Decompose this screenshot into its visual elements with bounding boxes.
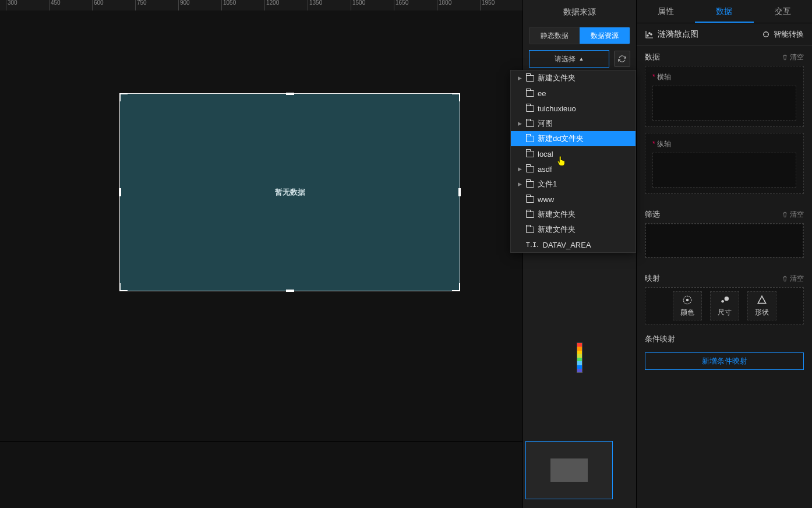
scatter-chart-icon: [645, 30, 654, 39]
ruler-horizontal: 3004506007509001050120013501500165018001…: [0, 0, 522, 10]
data-source-panel: 数据来源 静态数据 数据资源 请选择 ▲ ▶新建文件夹▶ee▶tuichuxie…: [522, 0, 636, 508]
clear-data-button[interactable]: 清空: [782, 52, 804, 62]
x-axis-label: 横轴: [657, 73, 671, 81]
datasource-select[interactable]: 请选择 ▲: [529, 50, 609, 68]
tree-item-label: local: [538, 150, 553, 158]
tree-item[interactable]: ▶新建文件夹: [511, 222, 636, 237]
section-title-mapping: 映射: [645, 273, 660, 284]
tree-item-label: 新建文件夹: [538, 224, 576, 235]
folder-icon: [526, 151, 534, 157]
ruler-tick: 750: [135, 0, 147, 10]
tree-item-label: asdf: [538, 165, 552, 174]
thumbnail-strip: [0, 441, 522, 508]
canvas-area[interactable]: 3004506007509001050120013501500165018001…: [0, 0, 522, 508]
resize-handle-bl[interactable]: [119, 283, 128, 291]
thumbnail-preview: [550, 458, 588, 482]
clear-filter-button[interactable]: 清空: [782, 210, 804, 220]
ruler-tick: 1650: [394, 0, 408, 10]
resize-handle-tl[interactable]: [119, 93, 128, 101]
resize-handle-br[interactable]: [452, 283, 460, 291]
data-source-title: 数据来源: [523, 0, 636, 23]
folder-icon: [526, 121, 534, 127]
svg-point-5: [686, 298, 689, 301]
y-axis-label: 纵轴: [657, 140, 671, 148]
smart-convert-button[interactable]: 智能转换: [762, 29, 804, 40]
tree-item[interactable]: ▶asdf: [511, 161, 636, 177]
tab-static-data[interactable]: 静态数据: [529, 27, 580, 44]
shape-icon: [757, 295, 767, 305]
folder-icon: [526, 90, 534, 97]
folder-icon: [526, 211, 534, 218]
svg-point-6: [721, 300, 724, 303]
tree-item[interactable]: ▶河图: [511, 116, 636, 131]
trash-icon: [782, 211, 788, 218]
svg-point-2: [651, 34, 652, 35]
tree-item-label: 新建文件夹: [538, 73, 576, 83]
section-title-condition: 条件映射: [645, 334, 675, 344]
tree-item-label: 文件1: [538, 179, 557, 189]
folder-icon: [526, 166, 534, 172]
tree-item-label: www: [538, 195, 554, 204]
datasource-select-label: 请选择: [555, 54, 576, 64]
chart-canvas[interactable]: 暂无数据: [119, 93, 460, 291]
resize-handle-right[interactable]: [458, 188, 461, 196]
section-title-data: 数据: [645, 52, 660, 62]
ruler-tick: 450: [49, 0, 61, 10]
ruler-tick: 300: [6, 0, 17, 10]
color-gauge: [577, 343, 582, 373]
tree-item[interactable]: ▶www: [511, 192, 636, 207]
tree-item[interactable]: ▶文件1: [511, 177, 636, 192]
ruler-tick: 1500: [351, 0, 365, 10]
resize-handle-left[interactable]: [119, 188, 121, 196]
chevron-right-icon: ▶: [518, 75, 522, 81]
section-title-filter: 筛选: [645, 209, 660, 220]
no-data-label: 暂无数据: [275, 187, 305, 197]
folder-icon: [526, 196, 534, 203]
tree-item[interactable]: ▶tuichuxieuo: [511, 101, 636, 116]
page-thumbnail[interactable]: [525, 441, 613, 499]
ruler-tick: 1950: [480, 0, 495, 10]
size-icon: [719, 295, 730, 305]
tree-item-label: ee: [538, 89, 546, 98]
tree-item-label: DATAV_AREA: [543, 241, 591, 249]
tree-item[interactable]: ▶local: [511, 146, 636, 161]
magic-wand-icon: [762, 30, 770, 38]
resize-handle-top[interactable]: [286, 93, 294, 95]
x-axis-dropzone[interactable]: [652, 86, 796, 121]
mapping-shape-button[interactable]: 形状: [747, 291, 776, 320]
trash-icon: [782, 276, 788, 282]
filter-dropzone[interactable]: [645, 224, 803, 257]
folder-icon: [526, 227, 534, 233]
chart-type-label: 涟漪散点图: [658, 29, 698, 40]
tree-item-label: 河图: [538, 118, 553, 129]
ruler-tick: 1200: [264, 0, 279, 10]
tab-attributes[interactable]: 属性: [637, 0, 695, 23]
tree-item-label: tuichuxieuo: [538, 104, 576, 113]
chevron-right-icon: ▶: [518, 121, 522, 126]
tree-item[interactable]: ▶ee: [511, 86, 636, 101]
tree-item[interactable]: ▶新建文件夹: [511, 70, 636, 86]
svg-point-7: [724, 297, 728, 301]
tree-item-label: 新建文件夹: [538, 209, 576, 220]
tree-item[interactable]: ▶新建dd文件夹: [511, 131, 636, 146]
ruler-tick: 1050: [221, 0, 236, 10]
smart-convert-label: 智能转换: [774, 29, 804, 40]
mapping-size-button[interactable]: 尺寸: [710, 291, 739, 320]
tab-data[interactable]: 数据: [695, 0, 753, 23]
clear-mapping-button[interactable]: 清空: [782, 274, 804, 284]
add-condition-button[interactable]: 新增条件映射: [645, 352, 804, 370]
tree-item[interactable]: ▶T.I.DATAV_AREA: [511, 237, 636, 252]
properties-panel: 属性 数据 交互 涟漪散点图 智能转换 数据 清空: [636, 0, 812, 508]
table-icon: T.I.: [526, 241, 539, 249]
ruler-tick: 1350: [308, 0, 322, 10]
refresh-button[interactable]: [614, 51, 630, 67]
tree-item[interactable]: ▶新建文件夹: [511, 207, 636, 222]
tab-data-resource[interactable]: 数据资源: [580, 27, 630, 44]
y-axis-dropzone[interactable]: [652, 153, 796, 188]
mapping-color-button[interactable]: 颜色: [673, 291, 702, 320]
ruler-tick: 600: [92, 0, 104, 10]
chevron-right-icon: ▶: [518, 166, 522, 172]
tab-interaction[interactable]: 交互: [754, 0, 812, 23]
resize-handle-bottom[interactable]: [286, 290, 294, 292]
resize-handle-tr[interactable]: [452, 93, 460, 101]
